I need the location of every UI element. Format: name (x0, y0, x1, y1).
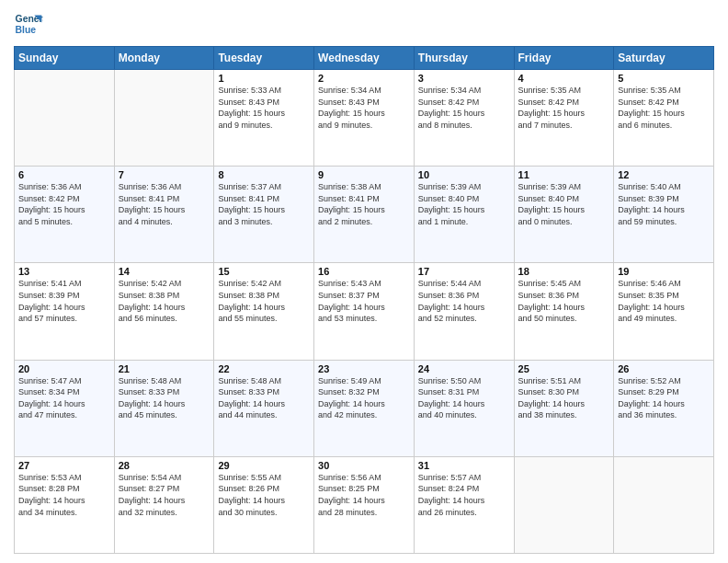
calendar-cell: 11Sunrise: 5:39 AM Sunset: 8:40 PM Dayli… (514, 167, 614, 263)
calendar-week-row: 27Sunrise: 5:53 AM Sunset: 8:28 PM Dayli… (15, 456, 714, 553)
day-number: 30 (318, 460, 410, 471)
day-number: 1 (218, 73, 310, 84)
day-number: 20 (18, 363, 110, 374)
day-number: 19 (618, 266, 710, 277)
calendar-cell: 13Sunrise: 5:41 AM Sunset: 8:39 PM Dayli… (15, 263, 115, 360)
calendar-cell: 28Sunrise: 5:54 AM Sunset: 8:27 PM Dayli… (114, 456, 214, 553)
calendar-cell: 5Sunrise: 5:35 AM Sunset: 8:42 PM Daylig… (614, 70, 714, 167)
day-info: Sunrise: 5:37 AM Sunset: 8:41 PM Dayligh… (218, 181, 310, 227)
calendar-cell (614, 456, 714, 553)
calendar-cell: 21Sunrise: 5:48 AM Sunset: 8:33 PM Dayli… (114, 360, 214, 456)
calendar-week-row: 1Sunrise: 5:33 AM Sunset: 8:43 PM Daylig… (15, 70, 714, 167)
calendar-week-row: 13Sunrise: 5:41 AM Sunset: 8:39 PM Dayli… (15, 263, 714, 360)
day-number: 21 (119, 363, 210, 374)
calendar-header-row: SundayMondayTuesdayWednesdayThursdayFrid… (15, 47, 714, 70)
calendar-cell: 25Sunrise: 5:51 AM Sunset: 8:30 PM Dayli… (514, 360, 614, 456)
day-info: Sunrise: 5:35 AM Sunset: 8:42 PM Dayligh… (618, 85, 710, 131)
day-info: Sunrise: 5:46 AM Sunset: 8:35 PM Dayligh… (618, 278, 710, 324)
calendar-week-row: 6Sunrise: 5:36 AM Sunset: 8:42 PM Daylig… (15, 167, 714, 263)
day-info: Sunrise: 5:42 AM Sunset: 8:38 PM Dayligh… (218, 278, 310, 324)
calendar-cell: 19Sunrise: 5:46 AM Sunset: 8:35 PM Dayli… (614, 263, 714, 360)
day-number: 11 (518, 169, 610, 180)
day-number: 17 (418, 266, 510, 277)
day-number: 23 (318, 363, 410, 374)
calendar-cell: 7Sunrise: 5:36 AM Sunset: 8:41 PM Daylig… (114, 167, 214, 263)
day-info: Sunrise: 5:39 AM Sunset: 8:40 PM Dayligh… (518, 181, 610, 227)
calendar-cell: 24Sunrise: 5:50 AM Sunset: 8:31 PM Dayli… (414, 360, 514, 456)
calendar-cell: 27Sunrise: 5:53 AM Sunset: 8:28 PM Dayli… (15, 456, 115, 553)
calendar-cell: 9Sunrise: 5:38 AM Sunset: 8:41 PM Daylig… (314, 167, 415, 263)
calendar-cell: 4Sunrise: 5:35 AM Sunset: 8:42 PM Daylig… (514, 70, 614, 167)
day-number: 6 (18, 169, 110, 180)
day-info: Sunrise: 5:57 AM Sunset: 8:24 PM Dayligh… (418, 472, 510, 518)
day-info: Sunrise: 5:56 AM Sunset: 8:25 PM Dayligh… (318, 472, 410, 518)
weekday-header: Thursday (414, 47, 514, 70)
day-info: Sunrise: 5:52 AM Sunset: 8:29 PM Dayligh… (618, 375, 710, 421)
calendar-cell: 16Sunrise: 5:43 AM Sunset: 8:37 PM Dayli… (314, 263, 415, 360)
calendar-cell: 3Sunrise: 5:34 AM Sunset: 8:42 PM Daylig… (414, 70, 514, 167)
calendar-cell: 8Sunrise: 5:37 AM Sunset: 8:41 PM Daylig… (214, 167, 314, 263)
weekday-header: Wednesday (314, 47, 415, 70)
calendar-table: SundayMondayTuesdayWednesdayThursdayFrid… (14, 46, 714, 554)
day-number: 22 (218, 363, 310, 374)
day-info: Sunrise: 5:48 AM Sunset: 8:33 PM Dayligh… (119, 375, 210, 421)
calendar-cell: 15Sunrise: 5:42 AM Sunset: 8:38 PM Dayli… (214, 263, 314, 360)
calendar-cell: 1Sunrise: 5:33 AM Sunset: 8:43 PM Daylig… (214, 70, 314, 167)
calendar-cell: 18Sunrise: 5:45 AM Sunset: 8:36 PM Dayli… (514, 263, 614, 360)
svg-text:Blue: Blue (16, 25, 37, 35)
day-number: 5 (618, 73, 710, 84)
day-info: Sunrise: 5:53 AM Sunset: 8:28 PM Dayligh… (18, 472, 110, 518)
day-number: 16 (318, 266, 410, 277)
calendar-week-row: 20Sunrise: 5:47 AM Sunset: 8:34 PM Dayli… (15, 360, 714, 456)
day-number: 8 (218, 169, 310, 180)
day-number: 13 (18, 266, 110, 277)
day-info: Sunrise: 5:47 AM Sunset: 8:34 PM Dayligh… (18, 375, 110, 421)
day-info: Sunrise: 5:55 AM Sunset: 8:26 PM Dayligh… (218, 472, 310, 518)
calendar-cell: 17Sunrise: 5:44 AM Sunset: 8:36 PM Dayli… (414, 263, 514, 360)
logo: General Blue (14, 9, 43, 39)
calendar-cell (514, 456, 614, 553)
calendar-cell (114, 70, 214, 167)
day-info: Sunrise: 5:33 AM Sunset: 8:43 PM Dayligh… (218, 85, 310, 131)
day-info: Sunrise: 5:34 AM Sunset: 8:43 PM Dayligh… (318, 85, 410, 131)
calendar-cell: 14Sunrise: 5:42 AM Sunset: 8:38 PM Dayli… (114, 263, 214, 360)
logo-icon: General Blue (14, 9, 43, 39)
day-info: Sunrise: 5:48 AM Sunset: 8:33 PM Dayligh… (218, 375, 310, 421)
calendar-cell: 22Sunrise: 5:48 AM Sunset: 8:33 PM Dayli… (214, 360, 314, 456)
weekday-header: Sunday (15, 47, 115, 70)
day-number: 9 (318, 169, 410, 180)
day-number: 31 (418, 460, 510, 471)
day-info: Sunrise: 5:38 AM Sunset: 8:41 PM Dayligh… (318, 181, 410, 227)
day-number: 10 (418, 169, 510, 180)
day-number: 24 (418, 363, 510, 374)
calendar-cell: 20Sunrise: 5:47 AM Sunset: 8:34 PM Dayli… (15, 360, 115, 456)
day-number: 27 (18, 460, 110, 471)
day-number: 4 (518, 73, 610, 84)
day-number: 14 (119, 266, 210, 277)
calendar-cell: 30Sunrise: 5:56 AM Sunset: 8:25 PM Dayli… (314, 456, 415, 553)
calendar-cell (15, 70, 115, 167)
day-number: 12 (618, 169, 710, 180)
day-number: 29 (218, 460, 310, 471)
day-number: 25 (518, 363, 610, 374)
calendar-cell: 6Sunrise: 5:36 AM Sunset: 8:42 PM Daylig… (15, 167, 115, 263)
day-info: Sunrise: 5:49 AM Sunset: 8:32 PM Dayligh… (318, 375, 410, 421)
weekday-header: Tuesday (214, 47, 314, 70)
calendar-cell: 23Sunrise: 5:49 AM Sunset: 8:32 PM Dayli… (314, 360, 415, 456)
day-info: Sunrise: 5:44 AM Sunset: 8:36 PM Dayligh… (418, 278, 510, 324)
day-number: 7 (119, 169, 210, 180)
day-info: Sunrise: 5:50 AM Sunset: 8:31 PM Dayligh… (418, 375, 510, 421)
page-container: General Blue SundayMondayTuesdayWednesda… (0, 0, 728, 563)
weekday-header: Monday (114, 47, 214, 70)
day-number: 2 (318, 73, 410, 84)
calendar-cell: 26Sunrise: 5:52 AM Sunset: 8:29 PM Dayli… (614, 360, 714, 456)
day-number: 28 (119, 460, 210, 471)
day-info: Sunrise: 5:34 AM Sunset: 8:42 PM Dayligh… (418, 85, 510, 131)
day-info: Sunrise: 5:42 AM Sunset: 8:38 PM Dayligh… (119, 278, 210, 324)
day-info: Sunrise: 5:39 AM Sunset: 8:40 PM Dayligh… (418, 181, 510, 227)
day-info: Sunrise: 5:41 AM Sunset: 8:39 PM Dayligh… (18, 278, 110, 324)
day-info: Sunrise: 5:35 AM Sunset: 8:42 PM Dayligh… (518, 85, 610, 131)
day-info: Sunrise: 5:45 AM Sunset: 8:36 PM Dayligh… (518, 278, 610, 324)
day-number: 15 (218, 266, 310, 277)
calendar-cell: 10Sunrise: 5:39 AM Sunset: 8:40 PM Dayli… (414, 167, 514, 263)
